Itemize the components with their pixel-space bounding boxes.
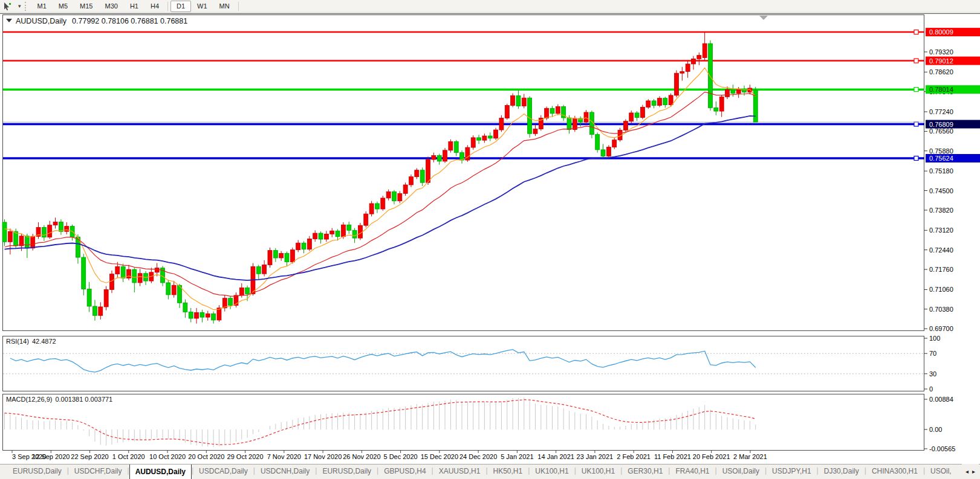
date-label: 5 Jan 2021 [501,453,533,460]
date-label: 7 Nov 2020 [267,453,301,460]
chart-tab-dj30-daily[interactable]: DJ30,Daily [819,465,865,479]
svg-text:0.75624: 0.75624 [929,155,953,162]
chart-tab-ger30-h1[interactable]: GER30,H1 [622,465,668,479]
chart-tab-uk100-h1[interactable]: UK100,H1 [576,465,620,479]
macd-label: MACD(12,26,9)0.001381 0.003771 [6,396,112,403]
chart-tab-usdcad-daily[interactable]: USDCAD,Daily [193,465,253,479]
date-label: 14 Jan 2021 [537,453,574,460]
svg-text:0.77240: 0.77240 [929,108,953,115]
chart-tab-eurusd-daily[interactable]: EURUSD,Daily [7,465,67,479]
svg-text:0.75180: 0.75180 [929,167,953,175]
date-label: 20 Oct 2020 [188,453,224,460]
date-label: 26 Nov 2020 [343,453,380,460]
svg-text:70: 70 [929,350,936,357]
main-price-panel[interactable] [3,15,924,331]
terminal-window: ▾ M1M5M15M30H1H4D1W1MN AUDUSD,Daily0.779… [0,0,980,479]
date-label: 24 Dec 2020 [459,453,497,460]
date-label: 2 Mar 2021 [733,453,767,460]
svg-text:0.78620: 0.78620 [929,68,953,76]
chart-tab-usdcnh-daily[interactable]: USDCNH,Daily [255,465,315,479]
svg-text:0.79320: 0.79320 [929,48,953,56]
time-axis[interactable]: 3 Sep 202012 Sep 202022 Sep 20201 Oct 20… [12,451,767,460]
tab-scroll-arrows: ◂ ▸ [962,464,979,479]
svg-text:0.71760: 0.71760 [929,266,953,273]
date-label: 1 Oct 2020 [112,453,145,460]
svg-text:0.73120: 0.73120 [929,227,953,234]
svg-text:0.69700: 0.69700 [929,325,953,332]
date-label: 20 Feb 2021 [693,453,730,460]
chart-tab-usoil-daily[interactable]: USOil,Daily [717,465,765,479]
chart-tab-usoil-[interactable]: USOil, [925,465,957,479]
svg-text:30: 30 [929,370,936,378]
svg-text:0.75880: 0.75880 [929,147,953,155]
tab-scroll-right-icon[interactable]: ▸ [972,468,975,475]
svg-text:0.00884: 0.00884 [929,396,953,403]
date-label: 15 Dec 2020 [421,453,458,460]
tab-scroll-left-icon[interactable]: ◂ [965,468,969,475]
svg-text:0.72440: 0.72440 [929,246,953,254]
date-label: 23 Jan 2021 [577,453,614,460]
svg-text:0.73820: 0.73820 [929,207,953,214]
date-label: 11 Feb 2021 [654,453,691,460]
macd-panel[interactable] [3,394,924,451]
chart-title: AUDUSD,Daily0.77992 0.78106 0.76881 0.76… [16,17,187,25]
svg-text:0.79012: 0.79012 [929,57,953,65]
chart-tab-gbpusd-h4[interactable]: GBPUSD,H4 [378,465,431,479]
chart-tab-usdjpy-h1[interactable]: USDJPY,H1 [767,465,816,479]
svg-text:0.70380: 0.70380 [929,306,953,313]
svg-text:-0.00565: -0.00565 [929,445,955,452]
date-label: 22 Sep 2020 [71,453,108,460]
svg-text:0.74500: 0.74500 [929,187,953,194]
chart-tab-audusd-daily[interactable]: AUDUSD,Daily [129,464,192,479]
svg-text:0.71060: 0.71060 [929,286,953,293]
svg-text:0.80009: 0.80009 [929,28,953,36]
svg-text:0.76560: 0.76560 [929,127,953,135]
chart-tab-eurusd-daily[interactable]: EURUSD,Daily [317,465,377,479]
chart-tab-uk100-h1[interactable]: UK100,H1 [530,465,574,479]
svg-text:0.00: 0.00 [929,426,942,433]
chart-tab-bar: EURUSD,Daily|USDCHF,Daily|AUDUSD,Daily|U… [0,464,980,479]
rsi-panel[interactable] [3,336,924,391]
date-label: 12 Sep 2020 [32,453,70,460]
date-label: 2 Feb 2021 [617,453,651,460]
svg-text:0.76809: 0.76809 [929,121,953,128]
chart-tab-fra40-h1[interactable]: FRA40,H1 [670,465,715,479]
chart-area[interactable]: AUDUSD,Daily0.77992 0.78106 0.76881 0.76… [0,0,980,479]
date-label: 29 Oct 2020 [227,453,264,460]
date-label: 17 Nov 2020 [304,453,342,460]
chart-tab-hk50-h1[interactable]: HK50,H1 [488,465,528,479]
chart-tab-usdchf-daily[interactable]: USDCHF,Daily [69,465,128,479]
date-label: 5 Dec 2020 [383,453,417,460]
chart-tab-xauusd-h1[interactable]: XAUUSD,H1 [433,465,486,479]
date-label: 10 Oct 2020 [149,453,186,460]
chart-tab-china300-h1[interactable]: CHINA300,H1 [866,465,923,479]
svg-text:100: 100 [929,335,940,342]
svg-text:0: 0 [929,385,933,393]
svg-text:0.78014: 0.78014 [929,86,953,93]
